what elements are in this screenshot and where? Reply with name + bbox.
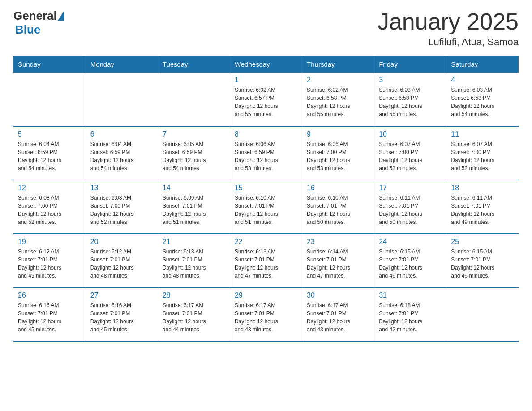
day-number: 16 <box>307 184 369 192</box>
day-number: 5 <box>18 130 81 138</box>
day-info: Sunrise: 6:06 AM Sunset: 6:59 PM Dayligh… <box>235 140 297 172</box>
location-text: Lufilufi, Atua, Samoa <box>378 36 519 48</box>
calendar-cell: 25Sunrise: 6:15 AM Sunset: 7:01 PM Dayli… <box>446 234 519 287</box>
week-row-2: 5Sunrise: 6:04 AM Sunset: 6:59 PM Daylig… <box>13 126 519 180</box>
day-number: 31 <box>379 291 442 300</box>
calendar-cell: 28Sunrise: 6:17 AM Sunset: 7:01 PM Dayli… <box>158 287 230 341</box>
day-header-sunday: Sunday <box>13 56 86 73</box>
week-row-3: 12Sunrise: 6:08 AM Sunset: 7:00 PM Dayli… <box>13 180 519 234</box>
day-info: Sunrise: 6:13 AM Sunset: 7:01 PM Dayligh… <box>163 248 225 280</box>
calendar-cell: 16Sunrise: 6:10 AM Sunset: 7:01 PM Dayli… <box>302 180 374 234</box>
day-header-tuesday: Tuesday <box>158 56 230 73</box>
day-number: 9 <box>307 130 369 138</box>
day-header-monday: Monday <box>86 56 158 73</box>
day-info: Sunrise: 6:12 AM Sunset: 7:01 PM Dayligh… <box>90 248 153 280</box>
calendar-cell: 3Sunrise: 6:03 AM Sunset: 6:58 PM Daylig… <box>374 73 446 126</box>
calendar-cell: 8Sunrise: 6:06 AM Sunset: 6:59 PM Daylig… <box>230 126 302 180</box>
day-info: Sunrise: 6:17 AM Sunset: 7:01 PM Dayligh… <box>235 301 297 334</box>
day-number: 23 <box>307 238 369 246</box>
day-info: Sunrise: 6:05 AM Sunset: 6:59 PM Dayligh… <box>163 140 225 172</box>
day-header-saturday: Saturday <box>446 56 519 73</box>
day-info: Sunrise: 6:06 AM Sunset: 7:00 PM Dayligh… <box>307 140 369 172</box>
day-number: 29 <box>235 291 297 300</box>
day-number: 14 <box>163 184 225 192</box>
calendar-cell: 19Sunrise: 6:12 AM Sunset: 7:01 PM Dayli… <box>13 234 86 287</box>
calendar-cell: 26Sunrise: 6:16 AM Sunset: 7:01 PM Dayli… <box>13 287 86 341</box>
day-number: 6 <box>90 130 153 138</box>
calendar-cell <box>446 287 519 341</box>
calendar-cell: 22Sunrise: 6:13 AM Sunset: 7:01 PM Dayli… <box>230 234 302 287</box>
calendar-header: SundayMondayTuesdayWednesdayThursdayFrid… <box>13 56 519 73</box>
day-headers-row: SundayMondayTuesdayWednesdayThursdayFrid… <box>13 56 519 73</box>
day-header-friday: Friday <box>374 56 446 73</box>
day-number: 3 <box>379 76 442 84</box>
day-info: Sunrise: 6:16 AM Sunset: 7:01 PM Dayligh… <box>90 301 153 334</box>
logo: General Blue <box>13 9 64 37</box>
day-number: 11 <box>451 130 514 138</box>
day-info: Sunrise: 6:03 AM Sunset: 6:58 PM Dayligh… <box>451 86 514 118</box>
day-info: Sunrise: 6:11 AM Sunset: 7:01 PM Dayligh… <box>379 194 442 226</box>
day-number: 19 <box>18 238 81 246</box>
logo-general-text: General <box>13 9 57 23</box>
calendar-cell: 23Sunrise: 6:14 AM Sunset: 7:01 PM Dayli… <box>302 234 374 287</box>
calendar-cell: 5Sunrise: 6:04 AM Sunset: 6:59 PM Daylig… <box>13 126 86 180</box>
calendar-cell: 17Sunrise: 6:11 AM Sunset: 7:01 PM Dayli… <box>374 180 446 234</box>
calendar-cell: 4Sunrise: 6:03 AM Sunset: 6:58 PM Daylig… <box>446 73 519 126</box>
week-row-1: 1Sunrise: 6:02 AM Sunset: 6:57 PM Daylig… <box>13 73 519 126</box>
day-number: 30 <box>307 291 369 300</box>
day-header-wednesday: Wednesday <box>230 56 302 73</box>
calendar-cell: 12Sunrise: 6:08 AM Sunset: 7:00 PM Dayli… <box>13 180 86 234</box>
day-number: 15 <box>235 184 297 192</box>
day-info: Sunrise: 6:07 AM Sunset: 7:00 PM Dayligh… <box>379 140 442 172</box>
week-row-5: 26Sunrise: 6:16 AM Sunset: 7:01 PM Dayli… <box>13 287 519 341</box>
calendar-cell: 29Sunrise: 6:17 AM Sunset: 7:01 PM Dayli… <box>230 287 302 341</box>
day-number: 10 <box>379 130 442 138</box>
day-info: Sunrise: 6:16 AM Sunset: 7:01 PM Dayligh… <box>18 301 81 334</box>
day-number: 12 <box>18 184 81 192</box>
day-number: 7 <box>163 130 225 138</box>
day-number: 22 <box>235 238 297 246</box>
calendar-cell: 9Sunrise: 6:06 AM Sunset: 7:00 PM Daylig… <box>302 126 374 180</box>
calendar-cell <box>158 73 230 126</box>
calendar-body: 1Sunrise: 6:02 AM Sunset: 6:57 PM Daylig… <box>13 73 519 341</box>
day-info: Sunrise: 6:11 AM Sunset: 7:01 PM Dayligh… <box>451 194 514 226</box>
day-header-thursday: Thursday <box>302 56 374 73</box>
calendar-cell: 1Sunrise: 6:02 AM Sunset: 6:57 PM Daylig… <box>230 73 302 126</box>
day-info: Sunrise: 6:08 AM Sunset: 7:00 PM Dayligh… <box>90 194 153 226</box>
day-info: Sunrise: 6:10 AM Sunset: 7:01 PM Dayligh… <box>235 194 297 226</box>
calendar-cell: 7Sunrise: 6:05 AM Sunset: 6:59 PM Daylig… <box>158 126 230 180</box>
calendar-cell: 30Sunrise: 6:17 AM Sunset: 7:01 PM Dayli… <box>302 287 374 341</box>
calendar-cell: 24Sunrise: 6:15 AM Sunset: 7:01 PM Dayli… <box>374 234 446 287</box>
day-number: 26 <box>18 291 81 300</box>
calendar-cell: 21Sunrise: 6:13 AM Sunset: 7:01 PM Dayli… <box>158 234 230 287</box>
calendar-cell: 10Sunrise: 6:07 AM Sunset: 7:00 PM Dayli… <box>374 126 446 180</box>
day-info: Sunrise: 6:15 AM Sunset: 7:01 PM Dayligh… <box>451 248 514 280</box>
calendar-cell: 31Sunrise: 6:18 AM Sunset: 7:01 PM Dayli… <box>374 287 446 341</box>
day-number: 2 <box>307 76 369 84</box>
day-info: Sunrise: 6:18 AM Sunset: 7:01 PM Dayligh… <box>379 301 442 334</box>
calendar-cell: 2Sunrise: 6:02 AM Sunset: 6:58 PM Daylig… <box>302 73 374 126</box>
day-number: 8 <box>235 130 297 138</box>
calendar-cell: 15Sunrise: 6:10 AM Sunset: 7:01 PM Dayli… <box>230 180 302 234</box>
page-header: General Blue January 2025 Lufilufi, Atua… <box>13 9 519 48</box>
calendar-table: SundayMondayTuesdayWednesdayThursdayFrid… <box>13 56 519 342</box>
day-info: Sunrise: 6:04 AM Sunset: 6:59 PM Dayligh… <box>90 140 153 172</box>
day-info: Sunrise: 6:07 AM Sunset: 7:00 PM Dayligh… <box>451 140 514 172</box>
calendar-cell: 18Sunrise: 6:11 AM Sunset: 7:01 PM Dayli… <box>446 180 519 234</box>
title-section: January 2025 Lufilufi, Atua, Samoa <box>378 9 519 48</box>
day-info: Sunrise: 6:17 AM Sunset: 7:01 PM Dayligh… <box>307 301 369 334</box>
calendar-cell <box>86 73 158 126</box>
day-info: Sunrise: 6:15 AM Sunset: 7:01 PM Dayligh… <box>379 248 442 280</box>
logo-triangle-icon <box>58 11 64 21</box>
day-info: Sunrise: 6:03 AM Sunset: 6:58 PM Dayligh… <box>379 86 442 118</box>
day-info: Sunrise: 6:17 AM Sunset: 7:01 PM Dayligh… <box>163 301 225 334</box>
day-number: 20 <box>90 238 153 246</box>
day-number: 24 <box>379 238 442 246</box>
week-row-4: 19Sunrise: 6:12 AM Sunset: 7:01 PM Dayli… <box>13 234 519 287</box>
day-number: 13 <box>90 184 153 192</box>
calendar-cell: 11Sunrise: 6:07 AM Sunset: 7:00 PM Dayli… <box>446 126 519 180</box>
calendar-cell: 13Sunrise: 6:08 AM Sunset: 7:00 PM Dayli… <box>86 180 158 234</box>
day-number: 28 <box>163 291 225 300</box>
day-info: Sunrise: 6:12 AM Sunset: 7:01 PM Dayligh… <box>18 248 81 280</box>
day-number: 27 <box>90 291 153 300</box>
